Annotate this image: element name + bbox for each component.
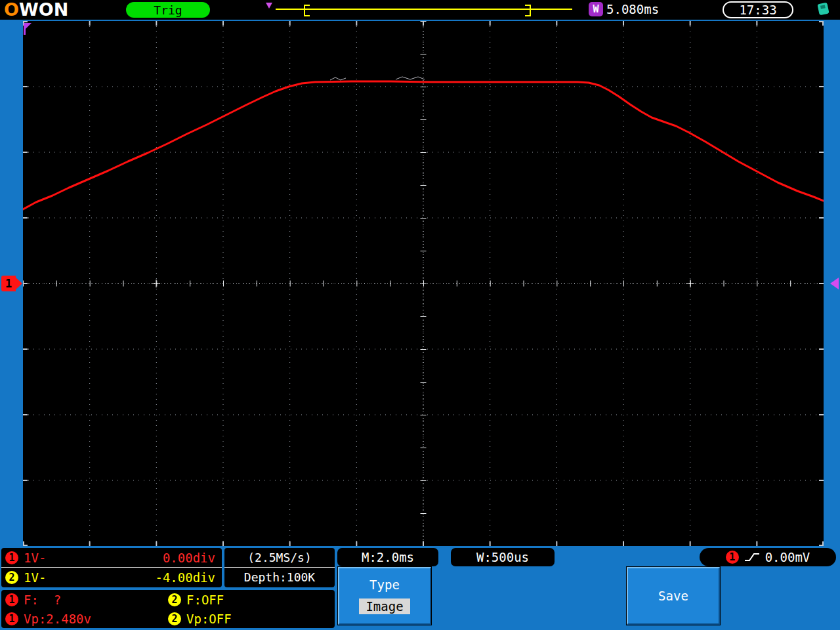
type-button-value: Image xyxy=(359,598,410,614)
ch1-marker-number: 1 xyxy=(5,277,12,290)
ch1-measure-badge: 1 xyxy=(5,593,18,606)
ch2-measure-badge: 2 xyxy=(168,593,181,606)
ch1-vpp-value: Vp:2.480v xyxy=(24,612,91,626)
sample-rate: (2.5MS/s) xyxy=(224,548,335,568)
ch2-badge: 2 xyxy=(5,571,18,584)
window-timebase-icon: W xyxy=(589,2,603,16)
ch2-vpp-value: Vp:OFF xyxy=(186,612,232,626)
ch1-frequency-measurement: 1 F: ? xyxy=(5,590,168,609)
save-button[interactable]: Save xyxy=(627,567,720,625)
trigger-offscreen-marker-icon xyxy=(24,23,26,35)
ch1-vpp-measurement: 1 Vp:2.480v xyxy=(5,609,168,628)
graticule-svg xyxy=(23,21,824,546)
channel-settings-panel: 1 1V- 0.00div 2 1V- -4.00div xyxy=(1,548,222,587)
window-bracket-left-icon xyxy=(304,5,310,16)
trigger-settings-readout: 1 0.00mV xyxy=(700,548,836,566)
horizontal-position-readout: W 5.080ms xyxy=(589,2,659,16)
ch1-vpp-badge: 1 xyxy=(5,612,18,625)
ch2-settings-row: 2 1V- -4.00div xyxy=(1,568,222,587)
ch1-frequency-value: F: ? xyxy=(24,593,61,607)
trigger-level-marker-icon xyxy=(830,278,839,289)
logo-letter-o: O xyxy=(4,0,19,20)
measurements-panel: 1 F: ? 2 F:OFF 1 Vp:2.480v 2 Vp:OFF xyxy=(1,590,335,628)
trigger-level-value: 0.00mV xyxy=(765,550,810,564)
window-bracket-right-icon xyxy=(525,5,531,16)
logo-letters-won: WON xyxy=(19,0,68,20)
ch1-badge: 1 xyxy=(5,551,18,564)
horizontal-position-value: 5.080ms xyxy=(606,2,659,16)
ch2-vpp-badge: 2 xyxy=(168,612,181,625)
ch2-frequency-measurement: 2 F:OFF xyxy=(168,590,331,609)
ch2-frequency-value: F:OFF xyxy=(186,593,224,607)
type-button-label: Type xyxy=(369,578,400,592)
owon-logo: OWON xyxy=(4,0,68,20)
ch1-scale: 1V- xyxy=(24,551,46,565)
top-bar: OWON Trig W 5.080ms 17:33 xyxy=(0,0,840,20)
ch1-settings-row: 1 1V- 0.00div xyxy=(1,548,222,568)
ch2-scale: 1V- xyxy=(24,570,46,585)
clock: 17:33 xyxy=(723,1,793,18)
ch1-position: 0.00div xyxy=(163,551,215,565)
trig-status-pill: Trig xyxy=(126,2,210,18)
ch2-vpp-measurement: 2 Vp:OFF xyxy=(168,609,331,628)
trigger-source-badge: 1 xyxy=(726,551,739,564)
acquisition-panel: (2.5MS/s) Depth:100K xyxy=(224,548,335,587)
window-timebase-readout: W:500us xyxy=(451,548,555,566)
trigger-position-marker-icon xyxy=(266,3,272,9)
main-timebase-readout: M:2.0ms xyxy=(337,548,438,566)
type-button[interactable]: Type Image xyxy=(338,567,431,625)
usb-storage-icon xyxy=(817,3,829,16)
ch2-position: -4.00div xyxy=(155,570,215,585)
waveform-display-area xyxy=(23,21,824,546)
record-depth: Depth:100K xyxy=(224,568,335,587)
rising-edge-icon xyxy=(744,552,760,562)
ch1-ground-level-marker: 1 xyxy=(1,276,16,291)
